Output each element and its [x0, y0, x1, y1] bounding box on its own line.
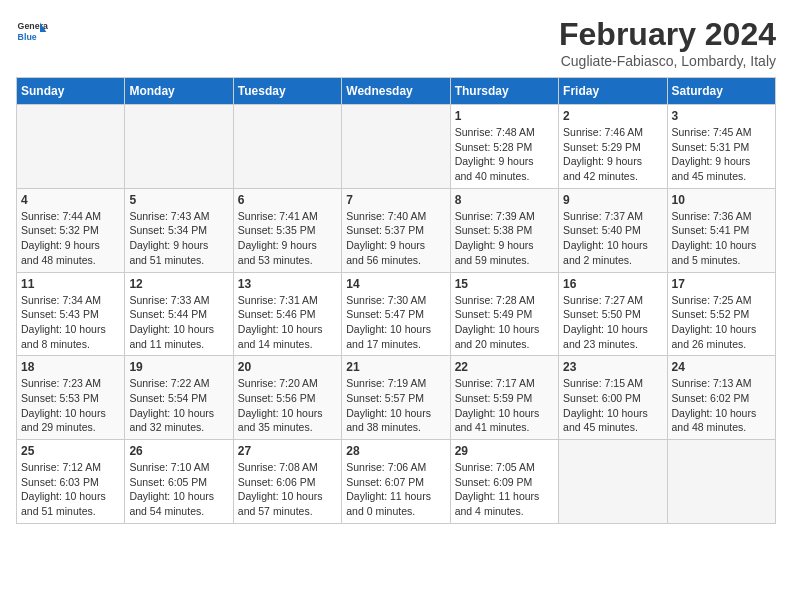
- calendar-cell: [342, 105, 450, 189]
- day-info: Sunrise: 7:17 AM Sunset: 5:59 PM Dayligh…: [455, 376, 554, 435]
- calendar-week-row: 11Sunrise: 7:34 AM Sunset: 5:43 PM Dayli…: [17, 272, 776, 356]
- weekday-header-wednesday: Wednesday: [342, 78, 450, 105]
- day-number: 29: [455, 444, 554, 458]
- day-info: Sunrise: 7:19 AM Sunset: 5:57 PM Dayligh…: [346, 376, 445, 435]
- calendar-cell: 8Sunrise: 7:39 AM Sunset: 5:38 PM Daylig…: [450, 188, 558, 272]
- calendar-cell: 22Sunrise: 7:17 AM Sunset: 5:59 PM Dayli…: [450, 356, 558, 440]
- calendar-cell: 17Sunrise: 7:25 AM Sunset: 5:52 PM Dayli…: [667, 272, 775, 356]
- calendar-cell: [667, 440, 775, 524]
- day-info: Sunrise: 7:43 AM Sunset: 5:34 PM Dayligh…: [129, 209, 228, 268]
- calendar-cell: 26Sunrise: 7:10 AM Sunset: 6:05 PM Dayli…: [125, 440, 233, 524]
- day-info: Sunrise: 7:33 AM Sunset: 5:44 PM Dayligh…: [129, 293, 228, 352]
- day-info: Sunrise: 7:41 AM Sunset: 5:35 PM Dayligh…: [238, 209, 337, 268]
- day-info: Sunrise: 7:31 AM Sunset: 5:46 PM Dayligh…: [238, 293, 337, 352]
- day-number: 4: [21, 193, 120, 207]
- day-info: Sunrise: 7:30 AM Sunset: 5:47 PM Dayligh…: [346, 293, 445, 352]
- day-info: Sunrise: 7:15 AM Sunset: 6:00 PM Dayligh…: [563, 376, 662, 435]
- day-number: 21: [346, 360, 445, 374]
- calendar-cell: 27Sunrise: 7:08 AM Sunset: 6:06 PM Dayli…: [233, 440, 341, 524]
- calendar-cell: 29Sunrise: 7:05 AM Sunset: 6:09 PM Dayli…: [450, 440, 558, 524]
- calendar-subtitle: Cugliate-Fabiasco, Lombardy, Italy: [559, 53, 776, 69]
- day-info: Sunrise: 7:46 AM Sunset: 5:29 PM Dayligh…: [563, 125, 662, 184]
- day-info: Sunrise: 7:36 AM Sunset: 5:41 PM Dayligh…: [672, 209, 771, 268]
- day-number: 5: [129, 193, 228, 207]
- svg-text:Blue: Blue: [18, 32, 37, 42]
- calendar-cell: [559, 440, 667, 524]
- day-number: 13: [238, 277, 337, 291]
- calendar-table: SundayMondayTuesdayWednesdayThursdayFrid…: [16, 77, 776, 524]
- weekday-header-tuesday: Tuesday: [233, 78, 341, 105]
- day-number: 25: [21, 444, 120, 458]
- calendar-cell: 18Sunrise: 7:23 AM Sunset: 5:53 PM Dayli…: [17, 356, 125, 440]
- calendar-week-row: 25Sunrise: 7:12 AM Sunset: 6:03 PM Dayli…: [17, 440, 776, 524]
- day-number: 15: [455, 277, 554, 291]
- day-number: 2: [563, 109, 662, 123]
- calendar-cell: 10Sunrise: 7:36 AM Sunset: 5:41 PM Dayli…: [667, 188, 775, 272]
- calendar-week-row: 4Sunrise: 7:44 AM Sunset: 5:32 PM Daylig…: [17, 188, 776, 272]
- weekday-header-thursday: Thursday: [450, 78, 558, 105]
- calendar-cell: 9Sunrise: 7:37 AM Sunset: 5:40 PM Daylig…: [559, 188, 667, 272]
- day-info: Sunrise: 7:23 AM Sunset: 5:53 PM Dayligh…: [21, 376, 120, 435]
- header: General Blue February 2024 Cugliate-Fabi…: [16, 16, 776, 69]
- logo: General Blue: [16, 16, 48, 48]
- day-info: Sunrise: 7:05 AM Sunset: 6:09 PM Dayligh…: [455, 460, 554, 519]
- day-info: Sunrise: 7:44 AM Sunset: 5:32 PM Dayligh…: [21, 209, 120, 268]
- weekday-header-sunday: Sunday: [17, 78, 125, 105]
- calendar-cell: 16Sunrise: 7:27 AM Sunset: 5:50 PM Dayli…: [559, 272, 667, 356]
- calendar-cell: 1Sunrise: 7:48 AM Sunset: 5:28 PM Daylig…: [450, 105, 558, 189]
- weekday-header-saturday: Saturday: [667, 78, 775, 105]
- calendar-cell: 11Sunrise: 7:34 AM Sunset: 5:43 PM Dayli…: [17, 272, 125, 356]
- day-number: 24: [672, 360, 771, 374]
- calendar-cell: 25Sunrise: 7:12 AM Sunset: 6:03 PM Dayli…: [17, 440, 125, 524]
- calendar-cell: 4Sunrise: 7:44 AM Sunset: 5:32 PM Daylig…: [17, 188, 125, 272]
- day-number: 18: [21, 360, 120, 374]
- calendar-cell: 2Sunrise: 7:46 AM Sunset: 5:29 PM Daylig…: [559, 105, 667, 189]
- day-number: 10: [672, 193, 771, 207]
- day-number: 7: [346, 193, 445, 207]
- day-info: Sunrise: 7:48 AM Sunset: 5:28 PM Dayligh…: [455, 125, 554, 184]
- day-number: 6: [238, 193, 337, 207]
- day-info: Sunrise: 7:25 AM Sunset: 5:52 PM Dayligh…: [672, 293, 771, 352]
- day-number: 9: [563, 193, 662, 207]
- calendar-cell: 12Sunrise: 7:33 AM Sunset: 5:44 PM Dayli…: [125, 272, 233, 356]
- day-number: 26: [129, 444, 228, 458]
- day-number: 12: [129, 277, 228, 291]
- calendar-cell: 20Sunrise: 7:20 AM Sunset: 5:56 PM Dayli…: [233, 356, 341, 440]
- day-info: Sunrise: 7:10 AM Sunset: 6:05 PM Dayligh…: [129, 460, 228, 519]
- calendar-cell: 5Sunrise: 7:43 AM Sunset: 5:34 PM Daylig…: [125, 188, 233, 272]
- calendar-week-row: 18Sunrise: 7:23 AM Sunset: 5:53 PM Dayli…: [17, 356, 776, 440]
- title-area: February 2024 Cugliate-Fabiasco, Lombard…: [559, 16, 776, 69]
- day-info: Sunrise: 7:22 AM Sunset: 5:54 PM Dayligh…: [129, 376, 228, 435]
- day-number: 22: [455, 360, 554, 374]
- day-number: 1: [455, 109, 554, 123]
- day-number: 17: [672, 277, 771, 291]
- calendar-cell: 3Sunrise: 7:45 AM Sunset: 5:31 PM Daylig…: [667, 105, 775, 189]
- day-info: Sunrise: 7:13 AM Sunset: 6:02 PM Dayligh…: [672, 376, 771, 435]
- day-info: Sunrise: 7:08 AM Sunset: 6:06 PM Dayligh…: [238, 460, 337, 519]
- day-info: Sunrise: 7:28 AM Sunset: 5:49 PM Dayligh…: [455, 293, 554, 352]
- day-info: Sunrise: 7:27 AM Sunset: 5:50 PM Dayligh…: [563, 293, 662, 352]
- day-info: Sunrise: 7:12 AM Sunset: 6:03 PM Dayligh…: [21, 460, 120, 519]
- calendar-week-row: 1Sunrise: 7:48 AM Sunset: 5:28 PM Daylig…: [17, 105, 776, 189]
- calendar-cell: 24Sunrise: 7:13 AM Sunset: 6:02 PM Dayli…: [667, 356, 775, 440]
- weekday-header-row: SundayMondayTuesdayWednesdayThursdayFrid…: [17, 78, 776, 105]
- day-info: Sunrise: 7:37 AM Sunset: 5:40 PM Dayligh…: [563, 209, 662, 268]
- day-number: 16: [563, 277, 662, 291]
- day-info: Sunrise: 7:34 AM Sunset: 5:43 PM Dayligh…: [21, 293, 120, 352]
- day-number: 11: [21, 277, 120, 291]
- day-number: 27: [238, 444, 337, 458]
- day-number: 8: [455, 193, 554, 207]
- day-number: 23: [563, 360, 662, 374]
- calendar-cell: 7Sunrise: 7:40 AM Sunset: 5:37 PM Daylig…: [342, 188, 450, 272]
- calendar-title: February 2024: [559, 16, 776, 53]
- calendar-cell: 28Sunrise: 7:06 AM Sunset: 6:07 PM Dayli…: [342, 440, 450, 524]
- day-info: Sunrise: 7:40 AM Sunset: 5:37 PM Dayligh…: [346, 209, 445, 268]
- day-number: 14: [346, 277, 445, 291]
- calendar-cell: [17, 105, 125, 189]
- calendar-cell: 6Sunrise: 7:41 AM Sunset: 5:35 PM Daylig…: [233, 188, 341, 272]
- calendar-cell: 19Sunrise: 7:22 AM Sunset: 5:54 PM Dayli…: [125, 356, 233, 440]
- day-info: Sunrise: 7:45 AM Sunset: 5:31 PM Dayligh…: [672, 125, 771, 184]
- calendar-cell: 15Sunrise: 7:28 AM Sunset: 5:49 PM Dayli…: [450, 272, 558, 356]
- weekday-header-friday: Friday: [559, 78, 667, 105]
- calendar-cell: 14Sunrise: 7:30 AM Sunset: 5:47 PM Dayli…: [342, 272, 450, 356]
